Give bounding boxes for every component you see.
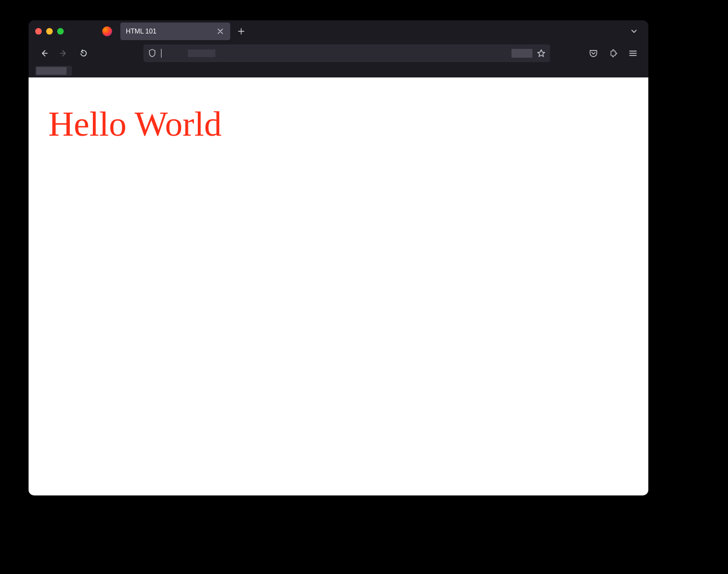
app-menu-button[interactable]: [624, 44, 642, 62]
pocket-icon: [589, 49, 598, 58]
new-tab-button[interactable]: [234, 24, 249, 39]
plus-icon: [238, 28, 244, 35]
page-heading: Hello World: [48, 104, 629, 144]
pocket-button[interactable]: [585, 44, 602, 62]
window-close-button[interactable]: [35, 28, 42, 35]
browser-tab[interactable]: HTML 101: [120, 23, 230, 40]
close-icon: [218, 29, 223, 34]
reload-icon: [79, 49, 88, 58]
titlebar: HTML 101: [29, 20, 648, 42]
window-maximize-button[interactable]: [57, 28, 64, 35]
arrow-right-icon: [59, 49, 68, 58]
chevron-down-icon: [630, 27, 638, 35]
firefox-logo-icon: [102, 26, 112, 36]
bookmark-redacted: [36, 67, 66, 75]
tab-title: HTML 101: [126, 27, 216, 35]
url-redacted: [188, 49, 215, 57]
url-bar[interactable]: [143, 44, 550, 62]
url-redacted-right: [512, 49, 532, 58]
arrow-left-icon: [40, 49, 48, 58]
reload-button[interactable]: [75, 44, 92, 62]
forward-button[interactable]: [55, 44, 73, 62]
star-icon: [537, 49, 546, 58]
bookmark-star-button[interactable]: [537, 49, 546, 58]
window-minimize-button[interactable]: [46, 28, 53, 35]
extensions-button[interactable]: [604, 44, 622, 62]
shield-icon[interactable]: [148, 49, 157, 58]
browser-window: HTML 101: [29, 20, 648, 495]
tab-list-button[interactable]: [626, 24, 642, 39]
navigation-toolbar: [29, 42, 648, 64]
url-input-cursor: [161, 49, 162, 58]
page-content: Hello World: [29, 77, 648, 495]
hamburger-icon: [629, 49, 637, 58]
bookmark-item[interactable]: [35, 66, 72, 76]
bookmarks-toolbar: [29, 64, 648, 77]
puzzle-icon: [609, 49, 618, 58]
window-controls: [35, 28, 64, 35]
tab-close-button[interactable]: [216, 27, 225, 36]
back-button[interactable]: [35, 44, 53, 62]
